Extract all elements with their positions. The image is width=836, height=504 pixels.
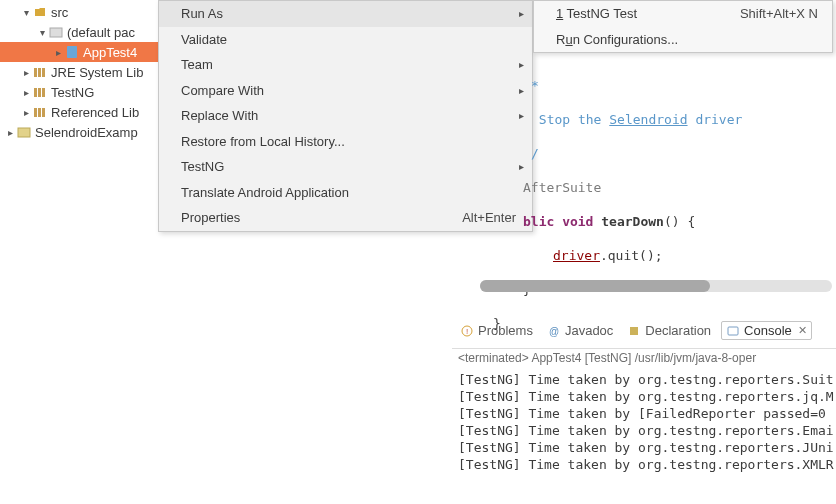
submenu-label: 1 TestNG Test [556, 6, 740, 21]
bottom-tabs: ! Problems @ Javadoc Declaration Console… [452, 315, 836, 349]
chevron-right-icon: ▸ [20, 67, 32, 78]
svg-rect-1 [67, 46, 77, 58]
svg-rect-11 [18, 128, 30, 137]
java-file-icon [64, 44, 80, 60]
chevron-right-icon: ▸ [519, 8, 524, 19]
code-text: driver [688, 112, 743, 127]
svg-rect-0 [50, 28, 62, 37]
chevron-right-icon: ▸ [4, 127, 16, 138]
javadoc-icon: @ [547, 324, 561, 338]
tree-default-package[interactable]: ▾ (default pac [0, 22, 160, 42]
code-editor[interactable]: * Stop the Selendroid driver / AfterSuit… [463, 60, 836, 349]
submenu-accelerator: Shift+Alt+X N [740, 6, 818, 21]
svg-rect-15 [630, 327, 638, 335]
bottom-panel: ! Problems @ Javadoc Declaration Console… [452, 315, 836, 473]
tab-console[interactable]: Console ✕ [721, 321, 812, 340]
chevron-down-icon: ▾ [20, 7, 32, 18]
library-icon [32, 64, 48, 80]
svg-rect-5 [34, 88, 37, 97]
submenu-run-configurations[interactable]: Run Configurations... [534, 27, 832, 53]
scrollbar-thumb[interactable] [480, 280, 710, 292]
svg-rect-16 [728, 327, 738, 335]
declaration-icon [627, 324, 641, 338]
svg-rect-6 [38, 88, 41, 97]
tree-label: Referenced Lib [51, 105, 139, 120]
svg-rect-9 [38, 108, 41, 117]
code-text: / [531, 146, 539, 161]
console-line: [TestNG] Time taken by org.testng.report… [458, 456, 836, 473]
menu-run-as[interactable]: Run As ▸ [159, 1, 532, 27]
console-output[interactable]: [TestNG] Time taken by org.testng.report… [452, 371, 836, 473]
tab-label: Javadoc [565, 323, 613, 338]
tree-label: JRE System Lib [51, 65, 143, 80]
submenu-label: Run Configurations... [556, 32, 818, 47]
svg-rect-3 [38, 68, 41, 77]
code-text: blic [523, 214, 554, 229]
tab-label: Declaration [645, 323, 711, 338]
close-icon[interactable]: ✕ [798, 324, 807, 337]
svg-rect-10 [42, 108, 45, 117]
menu-label: Validate [181, 32, 516, 47]
project-tree: ▾ src ▾ (default pac ▸ AppTest4 ▸ JRE Sy… [0, 0, 160, 142]
tree-label: src [51, 5, 68, 20]
tree-label: SelendroidExamp [35, 125, 138, 140]
tree-apptest[interactable]: ▸ AppTest4 [0, 42, 160, 62]
code-text: .quit(); [600, 248, 663, 263]
horizontal-scrollbar[interactable] [480, 280, 832, 292]
tab-label: Console [744, 323, 792, 338]
library-icon [32, 104, 48, 120]
console-line: [TestNG] Time taken by org.testng.report… [458, 371, 836, 388]
console-line: [TestNG] Time taken by org.testng.report… [458, 388, 836, 405]
menu-label: Properties [181, 210, 462, 225]
chevron-right-icon: ▸ [20, 87, 32, 98]
chevron-right-icon: ▸ [20, 107, 32, 118]
code-text: void [562, 214, 593, 229]
chevron-down-icon: ▾ [36, 27, 48, 38]
source-folder-icon [32, 4, 48, 20]
code-text: () { [664, 214, 695, 229]
console-line: [TestNG] Time taken by org.testng.report… [458, 439, 836, 456]
tree-selendroid-project[interactable]: ▸ SelendroidExamp [0, 122, 160, 142]
console-line: [TestNG] Time taken by [FailedReporter p… [458, 405, 836, 422]
tree-testng-lib[interactable]: ▸ TestNG [0, 82, 160, 102]
tab-problems[interactable]: ! Problems [456, 322, 537, 339]
svg-rect-8 [34, 108, 37, 117]
tree-label: TestNG [51, 85, 94, 100]
problems-icon: ! [460, 324, 474, 338]
svg-rect-2 [34, 68, 37, 77]
library-icon [32, 84, 48, 100]
code-text: Stop the [531, 112, 609, 127]
package-icon [48, 24, 64, 40]
project-icon [16, 124, 32, 140]
tree-jre[interactable]: ▸ JRE System Lib [0, 62, 160, 82]
tree-src[interactable]: ▾ src [0, 2, 160, 22]
code-text: * [531, 78, 539, 93]
tree-referenced[interactable]: ▸ Referenced Lib [0, 102, 160, 122]
code-text: driver [553, 248, 600, 263]
code-text: Selendroid [609, 112, 687, 127]
code-text: AfterSuite [523, 180, 601, 195]
svg-text:@: @ [549, 326, 559, 337]
svg-rect-7 [42, 88, 45, 97]
tab-declaration[interactable]: Declaration [623, 322, 715, 339]
terminated-status: <terminated> AppTest4 [TestNG] /usr/lib/… [452, 349, 836, 371]
console-icon [726, 324, 740, 338]
chevron-right-icon: ▸ [52, 47, 64, 58]
tab-javadoc[interactable]: @ Javadoc [543, 322, 617, 339]
submenu-testng-test[interactable]: 1 TestNG Test Shift+Alt+X N [534, 1, 832, 27]
console-line: [TestNG] Time taken by org.testng.report… [458, 422, 836, 439]
menu-validate[interactable]: Validate [159, 27, 532, 53]
svg-rect-4 [42, 68, 45, 77]
tree-label: AppTest4 [83, 45, 137, 60]
tree-label: (default pac [67, 25, 135, 40]
tab-label: Problems [478, 323, 533, 338]
svg-text:!: ! [466, 327, 468, 336]
run-as-submenu: 1 TestNG Test Shift+Alt+X N Run Configur… [533, 0, 833, 53]
menu-label: Run As [181, 6, 516, 21]
code-text: tearDown [601, 214, 664, 229]
